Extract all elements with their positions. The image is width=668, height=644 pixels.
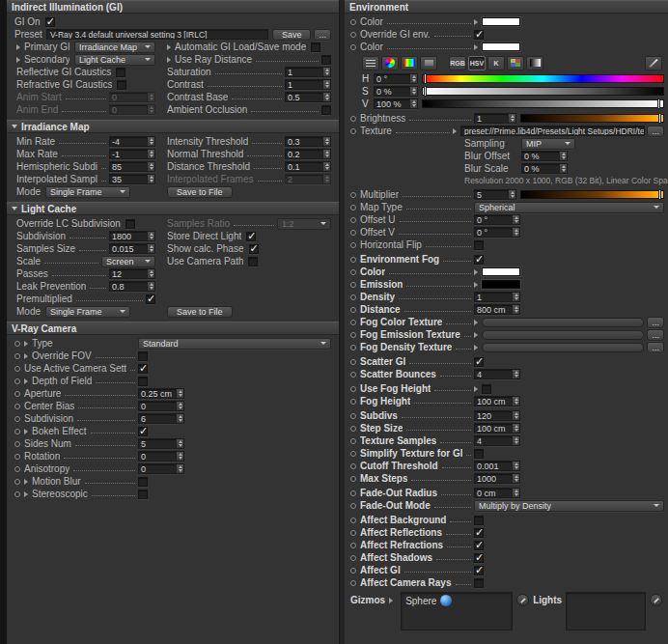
collapse-icon[interactable] (12, 207, 17, 210)
texture-browse-button[interactable]: ... (647, 329, 664, 341)
anim-dot-icon[interactable] (350, 32, 356, 38)
stepper[interactable] (512, 462, 519, 470)
number-input-min-rate[interactable]: -4 (109, 136, 155, 147)
channel-input-v[interactable]: 100 % (374, 98, 418, 109)
expand-arrow-icon[interactable] (24, 341, 28, 347)
stepper[interactable] (147, 175, 154, 183)
anim-dot-icon[interactable] (350, 518, 356, 523)
anim-dot-icon[interactable] (14, 366, 20, 372)
number-input-fog-height[interactable]: 100 cm (474, 396, 520, 406)
stepper-up-icon[interactable] (150, 151, 153, 154)
texture-browse-button[interactable]: ... (647, 317, 664, 328)
stepper-down-icon[interactable] (511, 195, 515, 198)
pick-object-icon[interactable] (516, 594, 529, 606)
dropdown-scale[interactable]: Screen (101, 256, 155, 267)
stepper-down-icon[interactable] (515, 310, 518, 313)
number-input-blur-offset[interactable]: 0 % (521, 151, 568, 161)
number-input-hemispheric-subdivision[interactable]: 85 (109, 161, 155, 172)
number-input-max-steps[interactable]: 1000 (474, 473, 520, 484)
number-input-brightness[interactable]: 1 (474, 113, 516, 124)
number-input-samples-size[interactable]: 0.015 (109, 243, 155, 254)
number-input-multiplier[interactable]: 5 (474, 189, 516, 200)
stepper[interactable] (322, 150, 330, 158)
stepper-down-icon[interactable] (412, 92, 416, 95)
stepper-up-icon[interactable] (515, 425, 518, 428)
checkbox-automatic-gi-load-save-mode[interactable] (311, 42, 320, 52)
stepper-down-icon[interactable] (179, 394, 182, 397)
texture-path-field[interactable]: preset://Prime.lib4d/Presets/Light Setup… (460, 126, 645, 136)
checkbox-ambient-occlusion[interactable] (321, 105, 331, 115)
stepper-up-icon[interactable] (179, 415, 182, 418)
checkbox-affect-shadows[interactable] (474, 553, 484, 563)
stepper-down-icon[interactable] (150, 249, 153, 252)
gradient-slider[interactable] (422, 87, 664, 96)
spectrum-icon[interactable] (401, 56, 418, 70)
stepper-up-icon[interactable] (325, 163, 329, 166)
color-wheel-icon[interactable] (381, 56, 399, 70)
stepper-down-icon[interactable] (179, 406, 182, 409)
checkbox-show-calc-phase[interactable] (249, 244, 259, 254)
number-input-scatter-bounces[interactable]: 4 (474, 369, 520, 379)
checkbox-motion-blur[interactable] (138, 477, 148, 487)
anim-dot-icon[interactable] (350, 44, 356, 50)
color-swatch[interactable] (482, 42, 520, 51)
stepper-down-icon[interactable] (515, 375, 518, 378)
stepper[interactable] (559, 152, 567, 160)
checkbox-use-camera-path[interactable] (248, 257, 258, 266)
slider-knob[interactable] (424, 86, 427, 97)
screen-picker-icon[interactable] (645, 56, 662, 70)
stepper[interactable] (176, 452, 183, 461)
expand-arrow-icon[interactable] (24, 491, 28, 497)
stepper[interactable] (409, 87, 417, 96)
stepper-down-icon[interactable] (325, 85, 329, 88)
stepper[interactable] (147, 162, 154, 171)
checkbox-use-active-camera-settings[interactable] (138, 364, 148, 374)
number-input-fade-out-radius[interactable]: 0 cm (474, 488, 520, 498)
checkbox-premultiplied[interactable] (146, 294, 155, 304)
number-input-aperture[interactable]: 0.25 cm (138, 388, 184, 399)
stepper[interactable] (508, 114, 515, 123)
stepper-up-icon[interactable] (562, 165, 566, 168)
expand-arrow-icon[interactable] (474, 320, 478, 325)
button-save-to-file[interactable]: Save to File (167, 306, 233, 318)
anim-dot-icon[interactable] (350, 476, 356, 482)
gradient-slider[interactable] (520, 114, 664, 123)
stepper-down-icon[interactable] (325, 142, 329, 145)
anim-dot-icon[interactable] (350, 230, 356, 236)
stepper[interactable] (176, 402, 183, 410)
checkbox-environment-fog[interactable] (474, 255, 484, 265)
anim-dot-icon[interactable] (350, 386, 356, 392)
anim-dot-icon[interactable] (350, 580, 356, 586)
section-header-indirect-illumination-gi[interactable]: Indirect Illumination (GI) (7, 0, 339, 14)
dropdown-mode[interactable]: Single Frame (45, 186, 130, 198)
anim-dot-icon[interactable] (14, 353, 20, 359)
anim-dot-icon[interactable] (350, 307, 356, 313)
number-input-distance-threshold[interactable]: 0.1 (285, 161, 331, 172)
anim-dot-icon[interactable] (14, 429, 20, 434)
stepper-down-icon[interactable] (179, 444, 182, 447)
number-input-leak-prevention[interactable]: 0.8 (109, 281, 155, 292)
list-item-sphere[interactable]: Sphere (405, 596, 436, 606)
stepper-up-icon[interactable] (511, 191, 515, 194)
stepper-up-icon[interactable] (412, 75, 416, 78)
number-input-density[interactable]: 1 (474, 292, 520, 302)
stepper-up-icon[interactable] (515, 216, 518, 219)
anim-dot-icon[interactable] (350, 282, 356, 288)
stepper-down-icon[interactable] (515, 441, 518, 444)
number-input-subdivision[interactable]: 6 (138, 413, 184, 424)
stepper-up-icon[interactable] (179, 390, 182, 393)
stepper-down-icon[interactable] (511, 119, 515, 122)
anim-dot-icon[interactable] (350, 116, 356, 122)
stepper[interactable] (147, 150, 154, 158)
expand-arrow-icon[interactable] (474, 44, 478, 50)
checkbox-use-ray-distance[interactable] (321, 55, 331, 65)
stepper-down-icon[interactable] (515, 233, 518, 236)
checkbox-override-lc-subdivision[interactable] (125, 219, 135, 229)
stepper-up-icon[interactable] (325, 81, 329, 84)
stepper[interactable] (322, 68, 330, 76)
stepper-up-icon[interactable] (325, 138, 329, 141)
stepper-up-icon[interactable] (325, 69, 329, 71)
stepper-down-icon[interactable] (325, 98, 329, 100)
expand-arrow-icon[interactable] (167, 57, 171, 63)
stepper-up-icon[interactable] (150, 233, 153, 236)
